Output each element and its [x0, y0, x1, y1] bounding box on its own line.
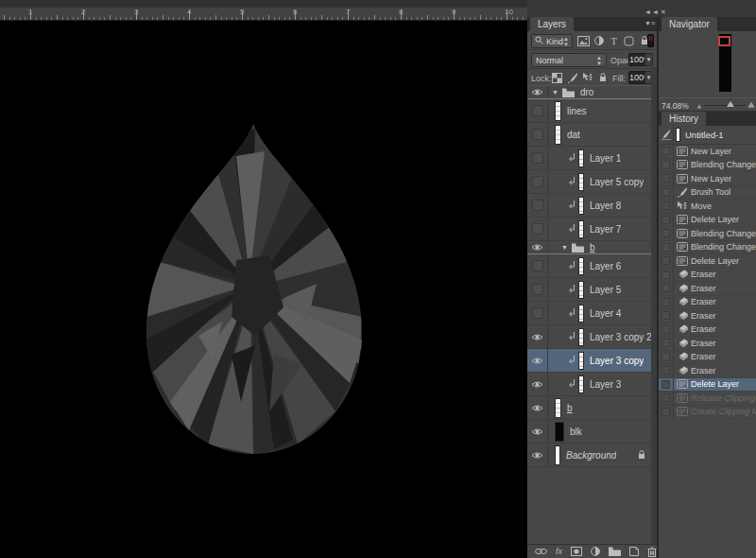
visibility-toggle[interactable] [527, 302, 548, 324]
visibility-toggle[interactable] [527, 396, 548, 419]
layer-row[interactable]: b [527, 396, 651, 420]
history-step-row[interactable]: Eraser [659, 323, 756, 338]
layers-panel-menu-icon[interactable]: ▼≡ [644, 20, 655, 26]
history-brush-source-cell[interactable] [659, 227, 674, 240]
link-button[interactable] [535, 548, 547, 555]
history-step-row[interactable]: Brush Tool [659, 186, 756, 201]
layer-row[interactable]: Layer 3 [527, 373, 651, 396]
layer-name[interactable]: dat [567, 130, 580, 140]
history-step-row[interactable]: Eraser [659, 309, 756, 323]
visibility-toggle[interactable] [527, 123, 548, 146]
new-layer-button[interactable] [629, 547, 639, 556]
visibility-toggle[interactable] [527, 278, 548, 301]
layer-thumbnail[interactable] [578, 220, 584, 238]
visibility-toggle[interactable] [527, 241, 548, 253]
layer-name[interactable]: Layer 3 copy [590, 356, 644, 366]
history-step-row[interactable]: Delete Layer [659, 254, 756, 269]
layer-name[interactable]: lines [567, 106, 587, 116]
layer-name[interactable]: Layer 1 [590, 153, 621, 164]
layer-row[interactable]: Layer 7 [527, 218, 651, 241]
history-step-row[interactable]: Eraser [659, 296, 756, 310]
history-step-row[interactable]: Eraser [659, 364, 756, 378]
layer-filtering-toggle[interactable] [647, 34, 654, 47]
zoom-in-icon[interactable] [747, 101, 755, 107]
layer-row[interactable]: Layer 4 [527, 302, 651, 325]
layer-thumbnail[interactable] [555, 422, 564, 442]
layer-thumbnail[interactable] [555, 398, 561, 418]
tab-navigator[interactable]: Navigator [662, 17, 717, 31]
history-brush-source-cell[interactable] [659, 145, 674, 158]
layer-row[interactable]: dat [527, 123, 651, 147]
history-step-row[interactable]: Blending Change [659, 159, 756, 173]
trash-button[interactable] [647, 547, 657, 557]
history-brush-source-cell[interactable] [659, 309, 674, 323]
history-brush-source-cell[interactable] [659, 269, 674, 282]
navigator-view-box[interactable] [718, 36, 730, 46]
visibility-toggle[interactable] [527, 99, 548, 122]
layer-name[interactable]: b [567, 403, 573, 413]
document-canvas[interactable] [0, 21, 527, 558]
layer-row[interactable]: Layer 3 copy [527, 349, 651, 373]
layer-row[interactable]: Layer 1 [527, 147, 651, 170]
history-step-row[interactable]: Create Clipping Mask [659, 406, 756, 420]
layer-group-row[interactable]: ▼b [527, 241, 651, 254]
layer-name[interactable]: Background [566, 450, 616, 461]
layer-thumbnail[interactable] [578, 375, 584, 393]
history-step-row[interactable]: New Layer [659, 145, 756, 159]
visibility-toggle[interactable] [527, 373, 548, 395]
history-brush-source-cell[interactable] [659, 241, 674, 254]
history-brush-source-cell[interactable] [659, 200, 674, 213]
layer-name[interactable]: Layer 6 [590, 261, 621, 271]
layer-name[interactable]: Layer 8 [590, 201, 621, 211]
layer-name[interactable]: Layer 3 copy 2 [590, 332, 651, 342]
layer-thumbnail[interactable] [578, 352, 584, 370]
history-step-row[interactable]: Release Clipping Mask [659, 392, 756, 406]
filter-type-button[interactable]: T [607, 34, 621, 47]
horizontal-ruler[interactable]: 12345678910 [0, 8, 527, 21]
history-step-row[interactable]: Delete Layer [659, 214, 756, 228]
history-step-row[interactable]: Blending Change [659, 227, 756, 241]
history-step-row[interactable]: Eraser [659, 282, 756, 296]
layer-thumbnail[interactable] [578, 257, 584, 275]
expand-collapse-icon[interactable]: ▼ [561, 244, 568, 251]
layer-name[interactable]: dro [580, 87, 593, 97]
visibility-toggle[interactable] [527, 420, 548, 443]
visibility-toggle[interactable] [527, 218, 548, 240]
lock-move-button[interactable] [580, 71, 594, 84]
navigator-zoom-value[interactable]: 74.08% [662, 101, 689, 111]
history-brush-source-cell[interactable] [659, 186, 674, 200]
layer-thumbnail[interactable] [578, 197, 584, 215]
opacity-dropdown-arrow[interactable]: ▼ [644, 53, 653, 66]
history-brush-source-cell[interactable] [659, 351, 674, 364]
layer-row[interactable]: blk [527, 420, 651, 444]
expand-collapse-icon[interactable]: ▼ [552, 89, 558, 96]
collapse-panels-button[interactable]: ◄◄ [644, 9, 660, 15]
layer-row[interactable]: Layer 6 [527, 254, 651, 278]
layer-row[interactable]: Layer 5 copy [527, 170, 651, 194]
history-brush-source-cell[interactable] [659, 392, 674, 405]
adjustment-button[interactable] [591, 547, 600, 556]
history-brush-source-cell[interactable] [659, 254, 674, 268]
history-brush-source-cell[interactable] [659, 214, 674, 227]
layer-name[interactable]: Layer 3 [590, 379, 621, 390]
history-brush-source-cell[interactable] [659, 282, 674, 295]
zoom-out-icon[interactable] [697, 105, 702, 109]
filter-kind-dropdown[interactable]: Kind ▲▼ [531, 34, 573, 48]
layer-thumbnail[interactable] [555, 101, 561, 121]
layer-thumbnail[interactable] [555, 445, 560, 465]
history-step-row[interactable]: Move [659, 200, 756, 214]
layer-row[interactable]: Layer 5 [527, 278, 651, 302]
mask-button[interactable] [571, 547, 582, 556]
layer-thumbnail[interactable] [578, 173, 584, 191]
history-brush-source-cell[interactable] [659, 172, 674, 185]
layer-thumbnail[interactable] [578, 305, 584, 323]
visibility-toggle[interactable] [527, 86, 548, 98]
layer-name[interactable]: blk [570, 427, 582, 437]
layer-row[interactable]: Background [527, 444, 651, 467]
layer-thumbnail[interactable] [578, 328, 584, 346]
filter-image-button[interactable] [576, 34, 591, 47]
history-step-row[interactable]: Delete Layer [659, 378, 756, 392]
layer-thumbnail[interactable] [578, 149, 584, 167]
visibility-toggle[interactable] [527, 194, 548, 217]
layer-name[interactable]: b [590, 242, 595, 253]
